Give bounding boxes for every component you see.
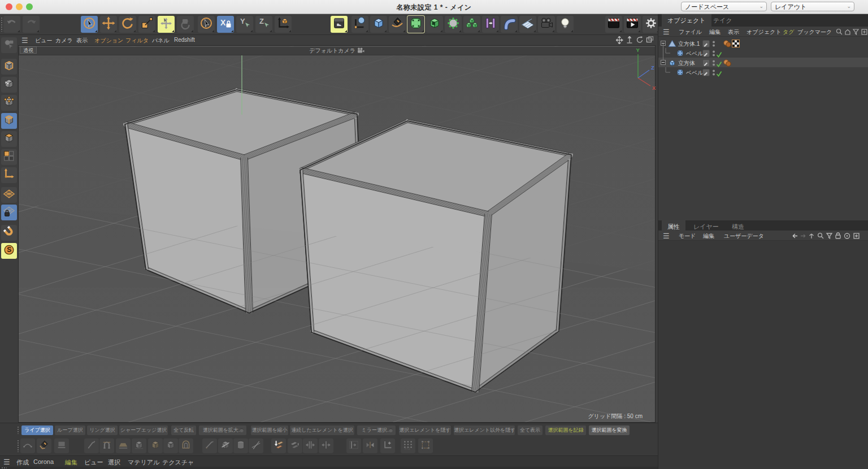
object-manager-menu-3[interactable]: オブジェクト	[747, 28, 781, 36]
bottom-menu-6[interactable]: テクスチャ	[162, 458, 194, 467]
bottom-menu-3[interactable]: ビュー	[84, 458, 103, 467]
y-axis-lock[interactable]: Y	[236, 16, 253, 33]
spline-primitive-menu[interactable]	[351, 16, 368, 33]
texture-axis-mode-button[interactable]	[1, 149, 17, 165]
viewport-camera-label[interactable]: デフォルトカメラ	[19, 47, 655, 55]
workplane-mode-button[interactable]	[1, 187, 17, 203]
array-generator[interactable]	[463, 16, 480, 33]
point-mode-button[interactable]	[1, 95, 17, 111]
rotate-disabled-tool[interactable]	[177, 16, 194, 33]
render-view-button[interactable]	[605, 16, 622, 33]
command-4[interactable]: 全て反転	[171, 425, 196, 435]
object-manager-menu-4[interactable]: タグ	[783, 28, 794, 36]
command-11[interactable]: 全て表示	[518, 425, 542, 435]
pen-tool[interactable]	[389, 16, 406, 33]
polygon-pen-tool[interactable]	[37, 438, 51, 453]
split-right-tool[interactable]	[346, 438, 361, 453]
extrude-down-tool[interactable]	[271, 438, 286, 453]
expander-icon[interactable]	[661, 60, 666, 65]
bottom-menu-0[interactable]: 作成	[16, 458, 29, 467]
object-manager-tab-0[interactable]: オブジェクト	[662, 14, 711, 27]
rotate-tool[interactable]	[119, 16, 136, 33]
render-settings-button[interactable]	[643, 16, 659, 33]
attribute-manager-menu-1[interactable]: 編集	[703, 232, 714, 240]
set-point-value-tool[interactable]: XYZ	[401, 438, 415, 453]
object-tree-row[interactable]: ベベル	[658, 67, 868, 77]
command-1[interactable]: ループ選択	[55, 425, 85, 435]
object-manager-tab-1[interactable]: テイク	[708, 14, 738, 27]
matrix-extrude-tool[interactable]	[163, 438, 178, 453]
viewport-menu-6[interactable]: Redshift	[174, 37, 195, 43]
command-10[interactable]: 選択エレメント以外を隠す	[454, 425, 515, 435]
texture-mode-button[interactable]	[1, 77, 17, 93]
bottom-menu-4[interactable]: 選択	[108, 458, 120, 467]
coordinate-system-toggle[interactable]	[275, 16, 292, 33]
collapse-tool[interactable]	[363, 438, 377, 453]
edge-mode-button[interactable]	[1, 113, 17, 129]
render-picture-viewer-button[interactable]	[624, 16, 641, 33]
content-browser[interactable]	[331, 16, 348, 33]
command-12[interactable]: 選択範囲を記録	[545, 425, 586, 435]
extrude-inner-tool[interactable]	[148, 438, 163, 453]
object-tree-row[interactable]: 立方体	[658, 58, 868, 67]
object-tree-row[interactable]: 立方体.1	[658, 38, 868, 48]
bevel-deform-tool[interactable]	[116, 438, 131, 453]
attribute-manager-menu-0[interactable]: モード	[679, 232, 696, 240]
scale-tool[interactable]	[138, 16, 155, 33]
layout-dropdown[interactable]: レイアウト⌄	[771, 2, 854, 11]
smooth-shift-tool[interactable]	[179, 438, 193, 453]
bottom-menu-icon[interactable]: ☰	[3, 458, 10, 466]
bottom-menu-5[interactable]: マテリアル	[128, 458, 159, 467]
tweak-tool[interactable]	[158, 16, 175, 33]
object-tree-row[interactable]: ベベル	[658, 48, 868, 58]
viewport-menu-4[interactable]: フィルタ	[125, 37, 149, 45]
z-axis-lock[interactable]: Z	[255, 16, 272, 33]
bend-deformer[interactable]	[501, 16, 518, 33]
slide-edge-tool[interactable]	[303, 438, 318, 453]
command-13[interactable]: 選択範囲を変換	[589, 425, 630, 435]
pencil-toggle[interactable]	[702, 68, 710, 79]
extrude-tool[interactable]	[426, 16, 443, 33]
viewport[interactable]: デフォルトカメラ 透視 グリッド間隔 : 50 cm Y Z X	[18, 45, 656, 423]
x-axis-lock[interactable]: X	[217, 16, 234, 33]
make-editable-button[interactable]	[1, 37, 17, 53]
object-manager-menu-0[interactable]: ファイル	[679, 28, 702, 36]
viewport-view-tab[interactable]: 透視	[20, 46, 37, 54]
attribute-manager-menu-2[interactable]: ユーザーデータ	[724, 232, 764, 240]
attribute-manager-menu-icon[interactable]: ☰	[663, 232, 670, 240]
snap-toggle-button[interactable]	[1, 225, 17, 241]
weld-tool[interactable]	[99, 438, 114, 453]
object-manager-menu-1[interactable]: 編集	[709, 28, 721, 36]
brush-tool[interactable]	[84, 438, 99, 453]
object-manager-menu-2[interactable]: 表示	[728, 28, 739, 36]
corner-tool[interactable]	[380, 438, 395, 453]
loop-cut-tool[interactable]	[233, 438, 248, 453]
cage-deform-tool[interactable]	[418, 438, 433, 453]
camera-object[interactable]	[538, 16, 555, 33]
object-label[interactable]: ベベル	[686, 69, 704, 77]
quantize-toggle-button[interactable]: S	[1, 243, 17, 259]
viewport-menu-icon[interactable]: ☰	[21, 36, 28, 45]
subdivision-surface[interactable]	[445, 16, 462, 33]
enable-axis-mode-button[interactable]	[1, 167, 17, 183]
viewport-menu-3[interactable]: オプション	[94, 37, 123, 45]
enabled-check-icon[interactable]	[716, 69, 722, 79]
command-7[interactable]: 連続したエレメントを選択	[290, 425, 354, 435]
symmetry-generator[interactable]	[482, 16, 499, 33]
bevel-tool[interactable]	[407, 16, 424, 33]
polygon-mode-button[interactable]	[1, 131, 17, 147]
object-manager-menu-icon[interactable]: ☰	[663, 28, 670, 36]
command-2[interactable]: リング選択	[87, 425, 118, 435]
command-3[interactable]: シャープエッジ選択	[119, 425, 168, 435]
command-0[interactable]: ライブ選択	[21, 425, 53, 435]
slide-arrows-tool[interactable]	[319, 438, 333, 453]
undo-button[interactable]	[3, 16, 20, 33]
visibility-dots[interactable]	[712, 68, 715, 79]
live-selection-tool[interactable]	[81, 16, 98, 33]
object-label[interactable]: 立方体	[678, 59, 695, 67]
bridge-tool[interactable]	[20, 438, 35, 453]
duplicate-plane-tool[interactable]	[288, 438, 302, 453]
cube-primitive-menu[interactable]	[370, 16, 387, 33]
command-knob[interactable]	[389, 428, 393, 432]
command-6[interactable]: 選択範囲を縮小	[251, 425, 288, 435]
